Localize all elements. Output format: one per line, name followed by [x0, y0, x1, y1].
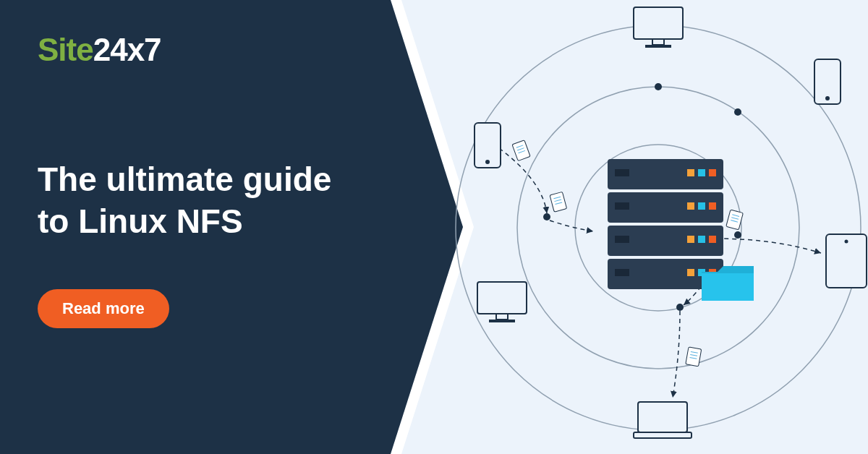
svg-rect-38: [615, 202, 629, 210]
svg-rect-44: [645, 45, 671, 48]
svg-rect-25: [687, 169, 694, 176]
document-icon: [550, 192, 567, 212]
phone-icon: [814, 59, 841, 104]
document-icon: [686, 347, 702, 367]
svg-rect-13: [726, 210, 744, 230]
svg-rect-17: [686, 347, 702, 367]
svg-rect-32: [698, 236, 705, 243]
svg-rect-49: [638, 402, 687, 432]
logo-text-site: Site: [38, 32, 93, 68]
svg-point-0: [655, 83, 662, 90]
svg-point-55: [485, 160, 490, 164]
svg-rect-40: [615, 269, 629, 276]
svg-point-2: [543, 213, 550, 220]
document-icon: [726, 210, 744, 230]
flow-arrow: [550, 220, 593, 231]
svg-rect-5: [512, 140, 530, 161]
document-icon: [512, 140, 530, 161]
svg-point-48: [845, 240, 848, 244]
svg-rect-52: [496, 314, 508, 320]
svg-rect-53: [489, 320, 515, 322]
laptop-icon: [634, 402, 692, 438]
server-icon: [608, 159, 723, 289]
flow-arrow: [673, 311, 680, 398]
phone-icon: [475, 123, 501, 168]
svg-rect-37: [615, 169, 629, 176]
svg-rect-27: [709, 169, 716, 176]
svg-rect-50: [634, 432, 692, 438]
svg-point-46: [825, 96, 830, 100]
svg-point-1: [734, 108, 741, 116]
svg-rect-31: [687, 236, 694, 243]
svg-rect-9: [550, 192, 567, 212]
svg-rect-33: [709, 236, 716, 243]
logo-text-24x7: 24x7: [93, 32, 161, 68]
svg-rect-34: [687, 269, 694, 276]
tablet-icon: [826, 234, 867, 288]
svg-point-4: [676, 304, 684, 311]
svg-rect-26: [698, 169, 705, 176]
left-panel: Site24x7 The ultimate guide to Linux NFS…: [0, 0, 463, 454]
network-diagram: [405, 0, 868, 454]
page-title: The ultimate guide to Linux NFS: [38, 159, 370, 242]
svg-rect-39: [615, 236, 629, 243]
flow-arrow: [716, 239, 821, 253]
svg-rect-51: [477, 282, 527, 314]
svg-point-3: [734, 231, 741, 239]
desktop-icon: [477, 282, 527, 322]
svg-rect-41: [702, 273, 754, 301]
read-more-button[interactable]: Read more: [38, 289, 169, 328]
brand-logo: Site24x7: [38, 32, 161, 68]
svg-rect-29: [698, 202, 705, 210]
svg-rect-28: [687, 202, 694, 210]
desktop-icon: [634, 7, 683, 48]
svg-rect-42: [634, 7, 683, 39]
svg-rect-30: [709, 202, 716, 210]
svg-rect-43: [652, 39, 664, 45]
